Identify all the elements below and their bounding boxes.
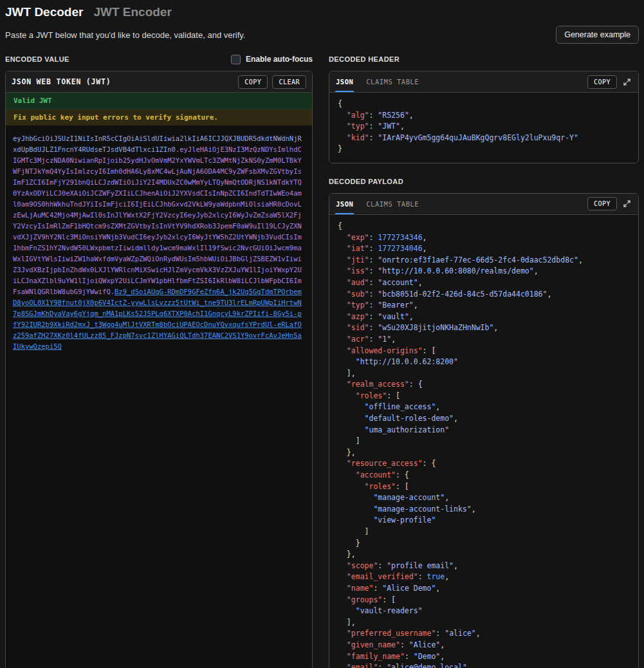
decoded-payload-actions: COPY: [587, 197, 632, 210]
jwt-token-input[interactable]: eyJhbGciOiJSUzI1NiIsInR5cCIgOiAiSldUIiwi…: [6, 125, 312, 668]
clear-encoded-button[interactable]: CLEAR: [272, 75, 306, 89]
expand-icon[interactable]: [621, 77, 632, 88]
copy-decoded-payload-button[interactable]: COPY: [587, 197, 617, 210]
decoded-header-label: DECODED HEADER: [329, 55, 400, 63]
autofocus-label: Enable auto-focus: [246, 55, 313, 64]
tab-header-claims-table[interactable]: CLAIMS TABLE: [365, 71, 419, 92]
encoded-value-label: ENCODED VALUE: [5, 55, 69, 63]
jwt-decoder-page: JWT Decoder JWT Encoder Paste a JWT belo…: [0, 0, 644, 668]
decoded-payload-json: { "exp": 1772734346, "iat": 1772734046, …: [329, 215, 638, 668]
decoded-payload-tabs: JSON CLAIMS TABLE: [335, 194, 419, 214]
decoded-header-section-head: DECODED HEADER: [329, 53, 639, 66]
decoded-payload-panel: JSON CLAIMS TABLE COPY { "e: [329, 193, 639, 668]
encoded-jwt-panel: JSON WEB TOKEN (JWT) COPY CLEAR Valid JW…: [5, 71, 313, 668]
encoded-section-head: ENCODED VALUE Enable auto-focus: [5, 53, 313, 66]
decoded-payload-section-head: DECODED PAYLOAD: [329, 175, 639, 188]
copy-decoded-header-button[interactable]: COPY: [587, 75, 617, 89]
decoded-header-tabs: JSON CLAIMS TABLE: [335, 71, 419, 92]
copy-encoded-button[interactable]: COPY: [238, 75, 268, 89]
tab-payload-claims-table[interactable]: CLAIMS TABLE: [365, 194, 419, 214]
valid-jwt-banner: Valid JWT: [6, 93, 312, 109]
decoded-payload-section: DECODED PAYLOAD JSON CLAIMS TABLE COPY: [329, 172, 639, 668]
intro-row: Paste a JWT below that you'd like to dec…: [5, 26, 639, 44]
main-columns: ENCODED VALUE Enable auto-focus JSON WEB…: [5, 50, 639, 668]
autofocus-toggle[interactable]: Enable auto-focus: [231, 55, 313, 64]
tab-jwt-decoder[interactable]: JWT Decoder: [5, 5, 83, 19]
decoded-header-tabbar: JSON CLAIMS TABLE COPY: [329, 71, 638, 93]
encoded-column: ENCODED VALUE Enable auto-focus JSON WEB…: [5, 50, 313, 668]
decoded-header-panel: JSON CLAIMS TABLE COPY { "alg": "RS256",…: [329, 71, 639, 163]
encoded-panel-bar: JSON WEB TOKEN (JWT) COPY CLEAR: [6, 71, 312, 93]
titlebar: JWT Decoder JWT Encoder: [5, 4, 639, 22]
decoded-payload-tabbar: JSON CLAIMS TABLE COPY: [329, 194, 638, 215]
signature-warning-banner: Fix public key input errors to verify si…: [6, 109, 312, 125]
tab-jwt-encoder[interactable]: JWT Encoder: [93, 5, 171, 19]
tab-payload-json[interactable]: JSON: [335, 194, 354, 214]
tab-header-json[interactable]: JSON: [335, 71, 354, 92]
decoded-header-json: { "alg": "RS256", "typ": "JWT", "kid": "…: [329, 93, 638, 163]
decoded-payload-label: DECODED PAYLOAD: [329, 178, 403, 185]
generate-example-button[interactable]: Generate example: [556, 26, 639, 44]
page-subtitle: Paste a JWT below that you'd like to dec…: [5, 30, 245, 40]
expand-icon[interactable]: [621, 198, 632, 209]
jwt-payload-segment: eyJleHAiOjE3NzI3MzQzNDYsImlhdCIGMTc3Mjcz…: [13, 145, 302, 295]
decoded-header-actions: COPY: [587, 75, 632, 89]
encoded-panel-title: JSON WEB TOKEN (JWT): [12, 77, 111, 86]
decoded-column: DECODED HEADER JSON CLAIMS TABLE COPY: [329, 50, 639, 668]
autofocus-checkbox[interactable]: [231, 55, 241, 64]
encoded-panel-actions: COPY CLEAR: [238, 75, 306, 89]
jwt-signature-segment: Bz9_dSoiAUqG-RDmDF9GFeZfn6A_jk2Uq5GgTdmT…: [13, 288, 302, 350]
